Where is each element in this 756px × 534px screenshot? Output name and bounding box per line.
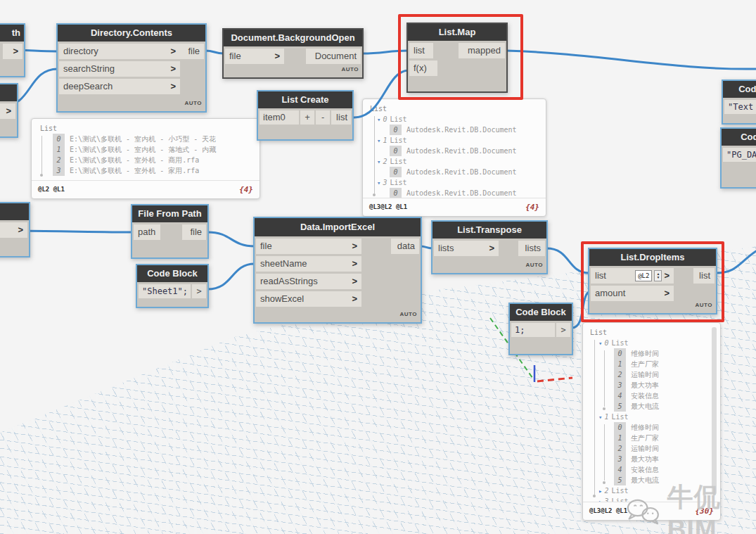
- list-item: 0E:\测试\多联机 - 室内机 - 小巧型 - 天花: [37, 134, 254, 144]
- input-port-readasstrings[interactable]: readAsStrings>: [256, 274, 361, 289]
- node-directory-contents[interactable]: Directory.Contents directory> searchStri…: [56, 23, 207, 113]
- item-index: 3: [53, 165, 65, 176]
- node-code-block-one[interactable]: Code Block 1; >: [508, 303, 573, 355]
- wire[interactable]: [207, 264, 255, 289]
- list-group[interactable]: ▾0List: [369, 114, 540, 125]
- wire[interactable]: [205, 51, 224, 53]
- node-title[interactable]: th: [0, 25, 24, 42]
- expand-icon[interactable]: ▾: [377, 179, 380, 186]
- input-port-directory[interactable]: directory>: [59, 44, 180, 59]
- list-group-collapsed[interactable]: ▸2List: [589, 485, 715, 496]
- list-group-collapsed[interactable]: ▸3List: [589, 496, 715, 502]
- input-port-item0[interactable]: item0: [260, 110, 299, 125]
- item-text: E:\测试\多联机 - 室内机 - 小巧型 - 天花: [70, 135, 216, 143]
- output-port[interactable]: >: [192, 284, 206, 298]
- output-port[interactable]: >: [0, 103, 15, 119]
- node-title[interactable]: Directory.Contents: [58, 25, 205, 42]
- node-code-block-right-top[interactable]: Code Block "Text: [722, 80, 756, 125]
- input-port-searchstring[interactable]: searchString>: [59, 61, 180, 77]
- lacing-levels[interactable]: @L3@L2 @L1: [369, 202, 407, 212]
- list-item: 2运输时间: [589, 369, 715, 380]
- node-title[interactable]: Data.ImportExcel: [255, 218, 421, 236]
- tree-guide: [604, 350, 605, 407]
- lacing-label[interactable]: AUTO: [399, 311, 417, 317]
- code-text[interactable]: "Sheet1";: [139, 284, 191, 298]
- lacing-label[interactable]: AUTO: [525, 262, 543, 268]
- list-item: 5最大电流: [589, 475, 715, 485]
- node-title[interactable]: List Create: [258, 91, 352, 108]
- list-item: 1生产厂家: [589, 433, 715, 443]
- add-input-button[interactable]: +: [300, 110, 314, 125]
- node-partial-left-mid[interactable]: >: [0, 83, 18, 138]
- tree-guide-dot: [373, 193, 376, 196]
- highlight-box-list-dropitems: [581, 241, 724, 322]
- port-arrow-icon: >: [352, 291, 357, 307]
- lacing-levels[interactable]: @L2 @L1: [38, 184, 65, 195]
- collapse-icon[interactable]: ▸: [598, 488, 602, 495]
- output-port-data[interactable]: data: [391, 239, 419, 254]
- node-title[interactable]: File From Path: [132, 205, 207, 222]
- input-port-file[interactable]: file>: [225, 49, 284, 64]
- node-title[interactable]: Code Block: [137, 265, 207, 282]
- list-group[interactable]: ▾0List: [589, 338, 715, 348]
- node-title[interactable]: Code Block: [723, 81, 756, 98]
- input-port-file[interactable]: file>: [256, 239, 361, 254]
- list-group[interactable]: ▾2List: [369, 156, 540, 167]
- input-port-showexcel[interactable]: showExcel>: [256, 291, 361, 307]
- input-port-sheetname[interactable]: sheetName>: [256, 256, 361, 272]
- node-file-from-path[interactable]: File From Path path file: [131, 204, 209, 259]
- lacing-levels[interactable]: @L3@L2 @L1: [589, 506, 627, 516]
- output-port[interactable]: >: [556, 323, 570, 337]
- preview-scrollbar[interactable]: [712, 327, 717, 495]
- list-group[interactable]: ▾3List: [369, 177, 540, 188]
- output-port-file[interactable]: file: [182, 224, 206, 240]
- input-port-path[interactable]: path: [134, 224, 160, 240]
- node-title[interactable]: Code Block: [722, 129, 756, 146]
- node-title[interactable]: List.Transpose: [433, 222, 546, 239]
- node-title[interactable]: Document.BackgroundOpen: [224, 30, 362, 46]
- expand-icon[interactable]: ▾: [598, 340, 602, 347]
- output-port-file[interactable]: file: [180, 44, 204, 59]
- output-port-list[interactable]: list: [331, 110, 351, 125]
- code-text[interactable]: "Text: [724, 100, 756, 114]
- expand-icon[interactable]: ▾: [377, 137, 380, 144]
- list-item: 0Autodesk.Revit.DB.Document: [369, 125, 540, 135]
- list-group[interactable]: ▾1List: [369, 135, 540, 146]
- code-text[interactable]: "PG_DA: [723, 148, 756, 162]
- item-text: E:\测试\多联机 - 室内机 - 落地式 - 内藏: [70, 146, 216, 153]
- preview-body: List ▾0List 0维修时间 1生产厂家 2运输时间 3最大功率 4安装信…: [583, 323, 720, 502]
- node-title[interactable]: Code Block: [510, 304, 572, 321]
- output-port-lists[interactable]: lists: [518, 241, 545, 256]
- node-code-block-sheet[interactable]: Code Block "Sheet1"; >: [136, 264, 209, 308]
- node-data-importexcel[interactable]: Data.ImportExcel file> sheetName> readAs…: [253, 217, 422, 324]
- node-title[interactable]: [0, 203, 29, 220]
- output-port[interactable]: >: [3, 44, 23, 59]
- port-arrow-icon: >: [489, 241, 494, 256]
- list-item: 4安装信息: [589, 464, 715, 475]
- list-group[interactable]: ▾1List: [589, 412, 715, 422]
- expand-icon[interactable]: ▾: [377, 116, 380, 123]
- port-arrow-icon: >: [274, 49, 280, 64]
- node-list-create[interactable]: List Create item0 + - list: [257, 90, 354, 141]
- tree-guide: [594, 340, 595, 495]
- input-port-deepsearch[interactable]: deepSearch>: [59, 79, 180, 94]
- output-port[interactable]: >: [0, 222, 27, 238]
- remove-input-button[interactable]: -: [316, 110, 330, 125]
- node-list-transpose[interactable]: List.Transpose lists> lists AUTO: [431, 220, 548, 274]
- wire[interactable]: [207, 232, 255, 246]
- node-document-backgroundopen[interactable]: Document.BackgroundOpen file> Document A…: [222, 28, 364, 79]
- node-partial-left-top[interactable]: th >: [0, 23, 25, 77]
- lacing-label[interactable]: AUTO: [341, 66, 359, 72]
- node-partial-left-bottom[interactable]: >: [0, 202, 30, 258]
- node-title[interactable]: [0, 84, 17, 101]
- expand-icon[interactable]: ▾: [377, 158, 380, 165]
- lacing-label[interactable]: AUTO: [184, 100, 202, 106]
- code-text[interactable]: 1;: [511, 323, 555, 337]
- preview-documents: List ▾0List 0Autodesk.Revit.DB.Document …: [362, 98, 546, 217]
- input-port-lists[interactable]: lists>: [434, 241, 499, 256]
- preview-file-paths: List 0E:\测试\多联机 - 室内机 - 小巧型 - 天花 1E:\测试\…: [31, 118, 260, 199]
- expand-icon[interactable]: ▾: [598, 414, 602, 421]
- output-port-document[interactable]: Document: [306, 49, 361, 64]
- wire[interactable]: [506, 51, 756, 69]
- node-code-block-right-bottom[interactable]: Code Block "PG_DA: [720, 127, 756, 189]
